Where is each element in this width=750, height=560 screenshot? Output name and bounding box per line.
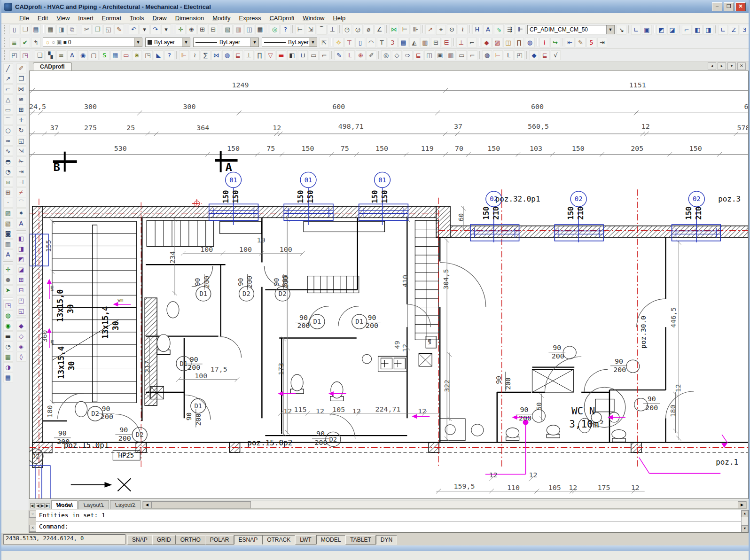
layer-combo[interactable]: ☼○▣■ 0 ▼	[43, 38, 142, 47]
tab-right-button[interactable]: ▸	[718, 62, 726, 70]
color-combo[interactable]: ByLayer ▼	[145, 38, 190, 47]
command-scrollbar[interactable]: ▲ ▼	[741, 510, 748, 532]
status-polar-toggle[interactable]: POLAR	[205, 535, 234, 544]
zoom-dynamic-button[interactable]: ⊗	[3, 275, 13, 285]
rectangle-button[interactable]: ▭	[3, 105, 13, 115]
vent-duct-b-button[interactable]: ▥	[446, 50, 456, 60]
match-properties-button[interactable]: ✎	[114, 24, 124, 34]
cp-frame-b-button[interactable]: ◳	[20, 50, 30, 60]
tab-left-button[interactable]: ◂	[708, 62, 716, 70]
quick-calc-button[interactable]: ▦	[255, 24, 265, 34]
region-button[interactable]: ◙	[3, 229, 13, 239]
hp-edit-button[interactable]: ✐	[367, 50, 376, 60]
hp-equipment-button[interactable]: ▬	[276, 50, 286, 60]
hp-funnel-button[interactable]: ▽	[266, 50, 275, 60]
trim-button[interactable]: ✁	[16, 156, 26, 166]
menu-edit[interactable]: Edit	[34, 14, 52, 23]
view-bottom-button[interactable]: ◨	[16, 244, 26, 254]
break-button[interactable]: ⊣	[16, 177, 26, 187]
stretch-button[interactable]: ⇲	[16, 146, 26, 156]
first-tab-button[interactable]: ◀|	[30, 503, 35, 508]
linetype-combo[interactable]: ByLayer ▼	[193, 38, 259, 47]
scrollbar-thumb[interactable]	[151, 501, 251, 508]
cp-text-style-button[interactable]: A	[67, 50, 77, 60]
chevron-down-icon[interactable]: ▼	[134, 38, 142, 47]
cp-s-symbol-button[interactable]: S	[100, 50, 109, 60]
horizontal-scrollbar[interactable]: ◀ ▶	[142, 501, 747, 509]
circle-button[interactable]: ○	[3, 125, 13, 135]
vent-duct-end-button[interactable]: ▭	[457, 50, 467, 60]
cp-dim-b-button[interactable]: ⇥	[597, 38, 607, 47]
move-button[interactable]: ✛	[16, 115, 26, 125]
cp-pipe-elbow-button[interactable]: ⌐	[467, 38, 477, 47]
cp-dim-5-button[interactable]: 5	[586, 38, 596, 47]
view-sw-iso-button[interactable]: ◰	[16, 296, 26, 305]
cp-cloud-button[interactable]: ▭	[121, 50, 131, 60]
status-ortho-toggle[interactable]: ORTHO	[176, 535, 205, 544]
status-model-toggle[interactable]: MODEL	[316, 535, 346, 544]
ucs-object-button[interactable]: ◩	[656, 25, 666, 35]
cp-roof-button[interactable]: ◆	[482, 38, 492, 47]
command-input[interactable]: Command:	[36, 522, 741, 532]
cp-chair-button[interactable]: ∏	[514, 38, 524, 47]
cp-dim-edit-button[interactable]: ✎	[576, 38, 586, 47]
gradient-button[interactable]: ▧	[3, 218, 13, 228]
cp-furniture-button[interactable]: ▥	[420, 38, 430, 47]
cp-cabinet-button[interactable]: ⊟	[431, 38, 441, 47]
menu-cadprofi[interactable]: CADprofi	[266, 14, 298, 23]
revcloud-button[interactable]: ≈	[3, 136, 13, 146]
hp-riser-button[interactable]: ≀	[190, 50, 200, 60]
hp-cross-button[interactable]: ⊕	[356, 50, 366, 60]
cp-forward-button[interactable]: ↪	[550, 38, 560, 47]
view-iso-button[interactable]: ◈	[16, 342, 26, 351]
chevron-down-icon[interactable]: ▼	[250, 38, 258, 47]
open-button[interactable]: ❒	[20, 24, 30, 34]
dim-linear-button[interactable]: ⊢	[295, 24, 305, 34]
table-button[interactable]: ▦	[3, 239, 13, 249]
hp-elbow-button[interactable]: ⌐	[320, 50, 329, 60]
undo-button[interactable]: ↶	[129, 24, 139, 34]
copy-object-button[interactable]: ❐	[16, 74, 26, 84]
hp-tank-button[interactable]: ⊔	[298, 50, 308, 60]
orbit-button[interactable]: ➤	[3, 285, 13, 295]
zoom-realtime-button[interactable]: ⊕	[187, 24, 196, 34]
toolbar-handle[interactable]	[4, 25, 8, 34]
dim-update-button[interactable]: ⇶	[505, 24, 515, 34]
view-top-button[interactable]: ◧	[16, 233, 26, 243]
dim-text-edit-button[interactable]: A	[483, 24, 493, 34]
hp-valve-button[interactable]: ⋈	[211, 50, 221, 60]
render-window-button[interactable]: ◳	[3, 300, 13, 310]
mtext-button[interactable]: A	[3, 249, 13, 259]
status-tablet-toggle[interactable]: TABLET	[345, 535, 375, 544]
cp-wall-button[interactable]: ▤	[398, 38, 408, 47]
sym-heater-button[interactable]: ⊑	[540, 50, 550, 60]
search-button[interactable]: ◎	[270, 24, 280, 34]
menu-help[interactable]: Help	[329, 14, 349, 23]
dim-edit-button[interactable]: H	[472, 24, 482, 34]
sheet-tab-layout1[interactable]: Layout1	[78, 500, 109, 509]
dim-radius-button[interactable]: ◷	[342, 24, 352, 34]
tab-menu-button[interactable]: ▾	[727, 62, 736, 70]
tool-palettes-button[interactable]: ◫	[244, 24, 254, 34]
menu-tools[interactable]: Tools	[126, 14, 148, 23]
view-camera-button[interactable]: ◊	[16, 352, 26, 362]
polyline-button[interactable]: ⌐	[3, 84, 13, 94]
status-lwt-toggle[interactable]: LWT	[295, 535, 316, 544]
properties-button[interactable]: ▧	[223, 24, 233, 34]
point-button[interactable]: ·	[3, 198, 13, 208]
dim-jogged-button[interactable]: ◶	[353, 24, 363, 34]
menu-express[interactable]: Express	[235, 14, 265, 23]
vent-fitting-button[interactable]: ◎	[381, 50, 391, 60]
sheet-tab-model[interactable]: Model	[51, 500, 78, 509]
new-button[interactable]: ▯	[9, 24, 19, 34]
render-settings-button[interactable]: ▤	[3, 373, 13, 382]
hp-manifold-button[interactable]: ▭	[309, 50, 319, 60]
redo-button[interactable]: ↷	[150, 24, 160, 34]
dim-baseline-button[interactable]: ⊨	[400, 24, 410, 34]
pan-button[interactable]: ✛	[176, 24, 186, 34]
vent-heater-button[interactable]: ⊑	[414, 50, 423, 60]
cp-mark-button[interactable]: ◍	[525, 38, 535, 47]
insert-block-button[interactable]: ⧈	[3, 177, 13, 187]
view-left-button[interactable]: ◩	[16, 254, 26, 264]
camera-button[interactable]: ◔	[3, 342, 13, 351]
